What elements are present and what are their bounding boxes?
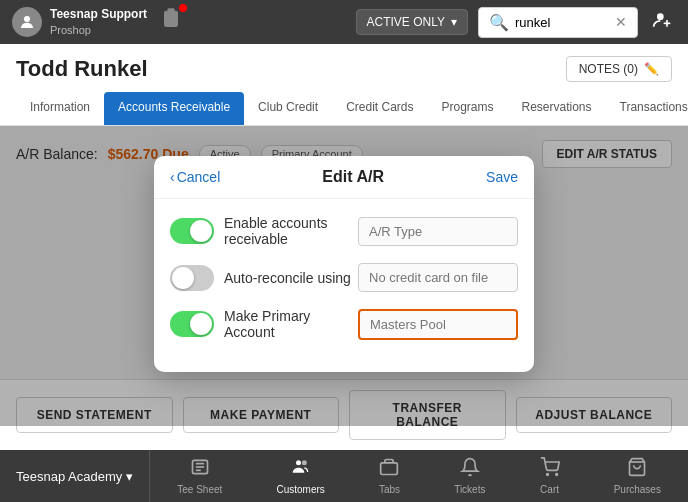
chevron-down-icon: ▾: [126, 469, 133, 484]
top-nav-bar: Teesnap Support Proshop ACTIVE ONLY ▾ 🔍 …: [0, 0, 688, 44]
edit-icon: ✏️: [644, 62, 659, 76]
credit-card-input[interactable]: [358, 263, 518, 292]
modal-title: Edit A/R: [322, 168, 384, 186]
modal-overlay: ‹ Cancel Edit A/R Save Enable accounts r…: [0, 126, 688, 426]
bottom-nav-cart[interactable]: Cart: [532, 453, 568, 499]
academy-label[interactable]: Teesnap Academy ▾: [0, 450, 150, 502]
toggle-knob-3: [190, 313, 212, 335]
svg-point-14: [555, 474, 557, 476]
bottom-nav-tee-sheet[interactable]: Tee Sheet: [169, 453, 230, 499]
modal-body: Enable accounts receivable Auto-reconcil…: [154, 199, 534, 372]
svg-point-0: [24, 16, 30, 22]
tab-information[interactable]: Information: [16, 92, 104, 125]
svg-point-3: [657, 13, 664, 20]
toggle-knob-2: [172, 267, 194, 289]
bottom-nav-tabs[interactable]: Tabs: [371, 453, 408, 499]
modal-header: ‹ Cancel Edit A/R Save: [154, 156, 534, 199]
svg-point-10: [296, 460, 301, 465]
primary-account-input[interactable]: [358, 309, 518, 340]
customers-icon: [291, 457, 311, 482]
auto-reconcile-toggle[interactable]: [170, 265, 214, 291]
chevron-left-icon: ‹: [170, 169, 175, 185]
enable-ar-label: Enable accounts receivable: [224, 215, 358, 247]
customer-name-row: Todd Runkel NOTES (0) ✏️: [16, 56, 672, 82]
tab-credit-cards[interactable]: Credit Cards: [332, 92, 427, 125]
purchases-icon: [627, 457, 647, 482]
toggle-label-row-3: Make Primary Account: [170, 308, 358, 340]
avatar: [12, 7, 42, 37]
filter-dropdown[interactable]: ACTIVE ONLY ▾: [356, 9, 468, 35]
ar-type-input[interactable]: [358, 217, 518, 246]
modal-row-enable-ar: Enable accounts receivable: [170, 215, 518, 247]
svg-rect-12: [381, 463, 398, 475]
svg-rect-2: [168, 8, 175, 12]
svg-rect-1: [164, 11, 178, 27]
tab-club-credit[interactable]: Club Credit: [244, 92, 332, 125]
search-bar: 🔍 ✕: [478, 7, 638, 38]
primary-account-toggle[interactable]: [170, 311, 214, 337]
search-icon: 🔍: [489, 13, 509, 32]
bottom-nav-customers[interactable]: Customers: [268, 453, 332, 499]
modal-row-auto-reconcile: Auto-reconcile using: [170, 263, 518, 292]
search-clear-icon[interactable]: ✕: [615, 14, 627, 30]
notification-dot: [179, 4, 187, 12]
tab-reservations[interactable]: Reservations: [508, 92, 606, 125]
notes-button[interactable]: NOTES (0) ✏️: [566, 56, 672, 82]
nav-logo: Teesnap Support Proshop: [12, 7, 147, 37]
tee-sheet-icon: [190, 457, 210, 482]
bottom-nav-tickets[interactable]: Tickets: [446, 453, 493, 499]
chevron-down-icon: ▾: [451, 15, 457, 29]
tab-programs[interactable]: Programs: [427, 92, 507, 125]
bottom-nav-purchases[interactable]: Purchases: [606, 453, 669, 499]
auto-reconcile-label: Auto-reconcile using: [224, 270, 351, 286]
nav-title: Teesnap Support Proshop: [50, 7, 147, 37]
customer-header: Todd Runkel NOTES (0) ✏️ Information Acc…: [0, 44, 688, 126]
search-input[interactable]: [515, 15, 609, 30]
tickets-icon: [460, 457, 480, 482]
tab-transactions[interactable]: Transactions: [606, 92, 688, 125]
edit-ar-modal: ‹ Cancel Edit A/R Save Enable accounts r…: [154, 156, 534, 372]
svg-point-11: [301, 460, 306, 465]
customer-name: Todd Runkel: [16, 56, 148, 82]
add-customer-button[interactable]: [648, 6, 676, 38]
tab-accounts-receivable[interactable]: Accounts Receivable: [104, 92, 244, 125]
modal-save-button[interactable]: Save: [486, 169, 518, 185]
cart-icon: [540, 457, 560, 482]
toggle-label-row-2: Auto-reconcile using: [170, 265, 358, 291]
bottom-nav: Teesnap Academy ▾ Tee Sheet Customers Ta…: [0, 450, 688, 502]
content-area: A/R Balance: $562.70 Due Active Primary …: [0, 126, 688, 426]
notification-icon[interactable]: [157, 6, 185, 38]
toggle-knob: [190, 220, 212, 242]
svg-point-13: [546, 474, 548, 476]
tabs-row: Information Accounts Receivable Club Cre…: [16, 92, 672, 125]
modal-cancel-button[interactable]: ‹ Cancel: [170, 169, 220, 185]
tabs-icon: [379, 457, 399, 482]
primary-account-label: Make Primary Account: [224, 308, 358, 340]
modal-row-primary-account: Make Primary Account: [170, 308, 518, 340]
toggle-label-row-1: Enable accounts receivable: [170, 215, 358, 247]
enable-ar-toggle[interactable]: [170, 218, 214, 244]
bottom-nav-items: Tee Sheet Customers Tabs Tickets Cart: [150, 450, 688, 502]
